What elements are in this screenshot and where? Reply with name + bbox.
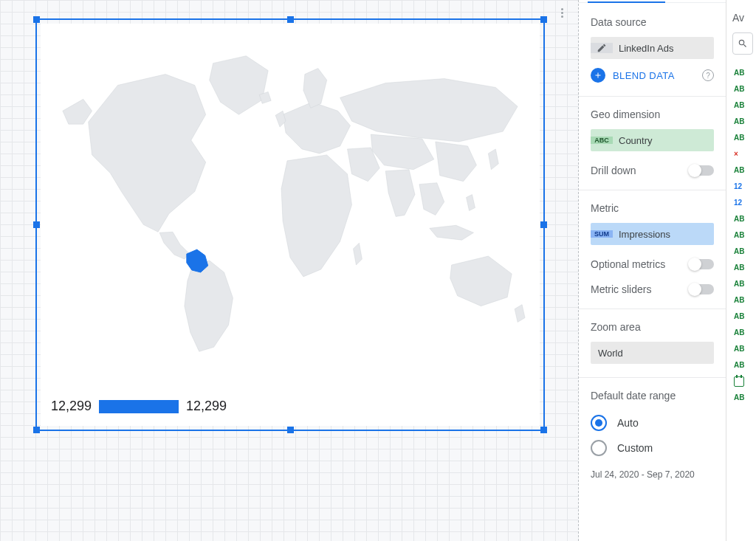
field-type-text-2[interactable]: AB	[732, 81, 755, 97]
metric-title: Metric	[591, 202, 714, 214]
field-type-text-9[interactable]: AB	[732, 244, 755, 260]
resize-handle-ml[interactable]	[33, 221, 40, 228]
active-tab-indicator	[588, 1, 665, 3]
world-map-svg	[48, 31, 532, 374]
field-type-text-13[interactable]: AB	[732, 309, 755, 325]
available-fields-title: Av	[732, 12, 755, 24]
drill-down-toggle[interactable]	[689, 165, 714, 176]
zoom-area-select[interactable]: World	[591, 342, 714, 364]
field-type-text-12[interactable]: AB	[732, 292, 755, 309]
geo-dimension-value: Country	[613, 135, 714, 146]
field-type-text-7[interactable]: AB	[732, 211, 755, 227]
field-type-text-10[interactable]: AB	[732, 260, 755, 276]
chart-overflow-menu[interactable]	[556, 7, 568, 18]
resize-handle-tr[interactable]	[540, 16, 547, 23]
resize-handle-bm[interactable]	[287, 427, 294, 433]
section-date-range: Default date range Auto Custom Jul 24, 2…	[579, 378, 726, 493]
available-fields-panel: Av AB AB AB AB AB × AB 12 12 AB AB AB AB…	[726, 0, 756, 541]
blend-help-icon[interactable]: ?	[702, 69, 714, 81]
data-source-chip[interactable]: LinkedIn Ads	[591, 37, 714, 59]
date-range-auto-row[interactable]: Auto	[591, 410, 714, 435]
radio-custom-label: Custom	[617, 442, 653, 454]
pencil-icon	[591, 43, 613, 53]
plus-icon	[594, 71, 602, 80]
field-type-number-1[interactable]: 12	[732, 179, 755, 195]
properties-panel: Data source LinkedIn Ads BLEND DATA ? Ge…	[579, 0, 726, 541]
date-range-text: Jul 24, 2020 - Sep 7, 2020	[591, 469, 714, 480]
country-colombia	[187, 249, 208, 272]
field-type-text-3[interactable]: AB	[732, 97, 755, 114]
optional-metrics-toggle[interactable]	[689, 259, 714, 269]
field-type-text-14[interactable]: AB	[732, 325, 755, 341]
field-type-text-6[interactable]: AB	[732, 162, 755, 179]
section-data-source: Data source LinkedIn Ads BLEND DATA ?	[579, 4, 726, 97]
date-range-custom-row[interactable]: Custom	[591, 435, 714, 461]
field-type-invalid[interactable]: ×	[732, 146, 755, 162]
legend-min: 12,299	[51, 399, 92, 414]
data-source-title: Data source	[591, 16, 714, 28]
legend-max: 12,299	[186, 399, 227, 414]
geo-chart: 12,299 12,299	[41, 24, 540, 426]
metric-value: Impressions	[613, 229, 714, 240]
field-type-text-4[interactable]: AB	[732, 114, 755, 130]
geo-dimension-chip[interactable]: ABC Country	[591, 129, 714, 151]
section-metric: Metric SUM Impressions Optional metrics …	[579, 190, 726, 309]
resize-handle-br[interactable]	[540, 427, 547, 433]
radio-custom[interactable]	[591, 440, 607, 456]
editor-canvas[interactable]: 12,299 12,299	[0, 0, 579, 541]
field-type-text-1[interactable]: AB	[732, 65, 755, 81]
radio-auto[interactable]	[591, 415, 607, 431]
resize-handle-tm[interactable]	[287, 16, 294, 23]
field-type-text-17[interactable]: AB	[732, 390, 755, 406]
field-type-date-icon[interactable]	[734, 376, 744, 387]
zoom-area-value: World	[598, 348, 623, 359]
section-geo-dimension: Geo dimension ABC Country Drill down	[579, 97, 726, 190]
fields-search-input[interactable]	[732, 32, 753, 55]
data-source-value: LinkedIn Ads	[613, 43, 714, 54]
metric-sliders-label: Metric sliders	[591, 283, 651, 295]
radio-auto-label: Auto	[617, 417, 639, 429]
blend-data-label[interactable]: BLEND DATA	[613, 70, 695, 81]
resize-handle-mr[interactable]	[540, 221, 547, 228]
field-type-text-11[interactable]: AB	[732, 276, 755, 292]
field-type-number-2[interactable]: 12	[732, 195, 755, 211]
optional-metrics-label: Optional metrics	[591, 258, 665, 270]
sum-icon: SUM	[591, 230, 613, 238]
field-type-text-8[interactable]: AB	[732, 227, 755, 244]
field-type-text-16[interactable]: AB	[732, 357, 755, 373]
chart-selection-frame[interactable]: 12,299 12,299	[35, 18, 545, 431]
zoom-title: Zoom area	[591, 321, 714, 333]
field-type-text-15[interactable]: AB	[732, 341, 755, 357]
resize-handle-tl[interactable]	[33, 16, 40, 23]
app-root: 12,299 12,299 Data source LinkedIn Ads	[0, 0, 756, 541]
world-map	[48, 31, 532, 374]
field-type-text-5[interactable]: AB	[732, 130, 755, 146]
map-legend: 12,299 12,299	[51, 399, 227, 414]
geo-dimension-title: Geo dimension	[591, 108, 714, 120]
search-icon	[738, 38, 748, 49]
metric-sliders-toggle[interactable]	[689, 284, 714, 294]
blend-data-button[interactable]	[591, 68, 605, 83]
date-range-title: Default date range	[591, 390, 714, 402]
drill-down-label: Drill down	[591, 165, 636, 176]
metric-chip[interactable]: SUM Impressions	[591, 223, 714, 245]
resize-handle-bl[interactable]	[33, 427, 40, 433]
section-zoom: Zoom area World	[579, 309, 726, 378]
abc-icon: ABC	[591, 137, 613, 144]
legend-gradient-bar	[99, 400, 179, 413]
